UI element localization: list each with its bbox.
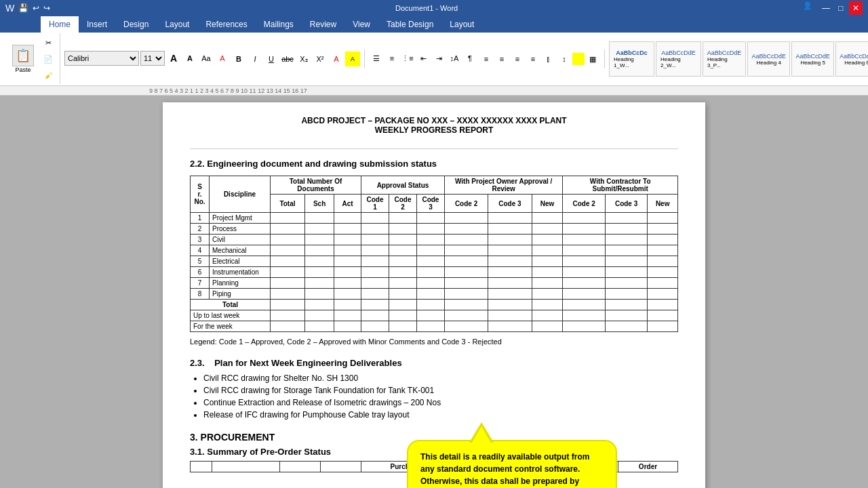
cell <box>563 321 605 332</box>
increase-font-button[interactable]: A <box>166 51 181 66</box>
style-heading5[interactable]: AaBbCcDdE Heading 5 <box>791 41 834 77</box>
document-area: ABCD PROJECT – PACKAGE NO XXX – XXXX XXX… <box>0 96 868 488</box>
subscript-button[interactable]: X₂ <box>296 52 311 66</box>
highlight-button[interactable]: A <box>345 52 360 66</box>
tab-review[interactable]: Review <box>302 16 344 33</box>
underline-button[interactable]: U <box>264 52 279 66</box>
cell <box>532 310 563 321</box>
maximize-button[interactable]: □ <box>834 1 848 15</box>
app-icon: W <box>5 3 14 14</box>
cell <box>389 278 417 289</box>
paste-button[interactable]: 📋 Paste <box>7 43 39 75</box>
col-sno <box>191 462 212 472</box>
quick-access-redo[interactable]: ↪ <box>43 3 50 13</box>
tab-insert[interactable]: Insert <box>79 16 115 33</box>
style-heading3[interactable]: AaBbCcDdE Heading 3_P... <box>703 41 746 77</box>
decrease-indent-button[interactable]: ⇤ <box>416 51 431 66</box>
copy-button[interactable]: 📄 <box>41 52 56 66</box>
tab-mailings[interactable]: Mailings <box>256 16 302 33</box>
cell <box>271 267 305 278</box>
cell <box>563 245 605 256</box>
bullets-button[interactable]: ☰ <box>369 51 384 66</box>
sub-code3-a: Code 3 <box>416 195 444 213</box>
row-no: 1 <box>191 213 210 224</box>
border-button[interactable]: ▦ <box>585 52 600 66</box>
table-row: 6 Instrumentation <box>191 267 678 278</box>
cell <box>532 300 563 310</box>
italic-button[interactable]: I <box>248 52 262 66</box>
cell <box>605 213 647 224</box>
increase-indent-button[interactable]: ⇥ <box>431 51 446 66</box>
decrease-font-button[interactable]: A <box>182 51 197 66</box>
tab-view[interactable]: View <box>344 16 378 33</box>
quick-access-undo[interactable]: ↩ <box>33 3 39 13</box>
sort-button[interactable]: ↕A <box>447 51 462 66</box>
table-row: 7 Planning <box>191 278 678 289</box>
cell <box>361 213 389 224</box>
numbering-button[interactable]: ≡ <box>384 51 399 66</box>
style-heading3-preview: AaBbCcDdE <box>707 49 742 56</box>
multilevel-list-button[interactable]: ⋮≡ <box>400 51 415 66</box>
cell <box>361 245 389 256</box>
cell <box>648 310 678 321</box>
list-item: Civil RCC drawing for Shelter No. SH 130… <box>203 373 678 383</box>
cell <box>304 278 334 289</box>
tab-references[interactable]: References <box>197 16 255 33</box>
style-heading2[interactable]: AaBbCcDdE Heading 2_W... <box>656 41 701 77</box>
bold-button[interactable]: B <box>231 52 246 66</box>
cell <box>334 213 361 224</box>
format-painter-button[interactable]: 🖌 <box>41 68 56 83</box>
cell <box>416 256 444 267</box>
style-heading5-preview: AaBbCcDdE <box>795 53 830 60</box>
sub-act: Act <box>334 195 361 213</box>
title-bar: W 💾 ↩ ↪ Document1 - Word 👤 — □ ✕ <box>0 0 868 16</box>
cell <box>271 213 305 224</box>
show-formatting-button[interactable]: ¶ <box>462 51 477 66</box>
font-color-button[interactable]: A <box>329 52 344 66</box>
tab-table-layout[interactable]: Layout <box>441 16 482 33</box>
ruler-label: 9 8 7 6 5 4 3 2 1 1 2 3 4 5 6 7 8 9 10 1… <box>149 87 307 94</box>
shading-button[interactable] <box>572 53 585 65</box>
clear-format-button[interactable]: A <box>215 51 230 66</box>
justify-button[interactable]: ≡ <box>526 52 540 66</box>
cell <box>563 278 605 289</box>
align-left-button[interactable]: ≡ <box>479 52 494 66</box>
row-no: 4 <box>191 245 210 256</box>
column-button[interactable]: ⫿ <box>541 52 556 66</box>
font-size-select[interactable]: 11 <box>140 51 165 66</box>
callout-container: This detail is a readily available outpu… <box>407 440 617 488</box>
cell <box>488 310 532 321</box>
col-blank1 <box>280 462 321 472</box>
row-discipline-mechanical: Mechanical <box>210 245 271 256</box>
quick-access-save[interactable]: 💾 <box>18 3 28 13</box>
cut-button[interactable]: ✂ <box>41 35 56 50</box>
table-row: 3 Civil <box>191 235 678 245</box>
section-2-3: 2.3. Plan for Next Week Engineering Deli… <box>190 358 678 420</box>
superscript-button[interactable]: X² <box>313 52 328 66</box>
cell <box>648 289 678 300</box>
style-heading4[interactable]: AaBbCcDdE Heading 4 <box>747 41 790 77</box>
strikethrough-button[interactable]: abc <box>280 52 295 66</box>
cell <box>444 256 488 267</box>
cell <box>488 321 532 332</box>
sub-total: Total <box>271 195 305 213</box>
cell <box>563 235 605 245</box>
tab-design[interactable]: Design <box>115 16 157 33</box>
bullet-list: Civil RCC drawing for Shelter No. SH 130… <box>203 373 678 420</box>
close-button[interactable]: ✕ <box>849 1 863 15</box>
style-heading1[interactable]: AaBbCcDc Heading 1_W... <box>609 41 654 77</box>
cell <box>361 310 389 321</box>
align-center-button[interactable]: ≡ <box>494 52 509 66</box>
tab-table-design[interactable]: Table Design <box>378 16 441 33</box>
cell <box>444 300 488 310</box>
change-case-button[interactable]: Aa <box>199 51 214 66</box>
tab-layout[interactable]: Layout <box>157 16 197 33</box>
minimize-button[interactable]: — <box>819 1 833 15</box>
font-family-select[interactable]: Calibri <box>64 51 139 66</box>
align-right-button[interactable]: ≡ <box>510 52 525 66</box>
tab-home[interactable]: Home <box>41 16 79 33</box>
line-spacing-button[interactable]: ↕ <box>557 52 572 66</box>
style-heading6[interactable]: AaBbCcDdE Heading 6 <box>835 41 868 77</box>
header-line2: WEEKLY PROGRESS REPORT <box>190 125 678 135</box>
document-title: Document1 - Word <box>395 4 458 12</box>
